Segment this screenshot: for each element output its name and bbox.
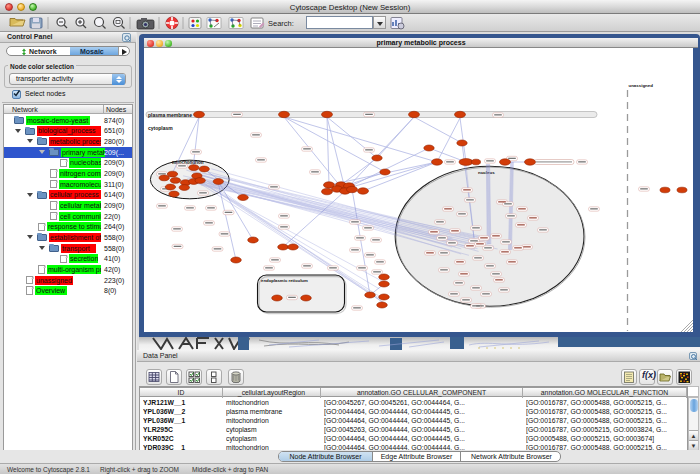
svg-text:endoplasmic reticulum: endoplasmic reticulum [261,278,308,283]
svg-text:plasma membrane: plasma membrane [148,112,192,118]
svg-text:unassigned: unassigned [629,83,654,88]
svg-text:cytoplasm: cytoplasm [148,125,173,131]
